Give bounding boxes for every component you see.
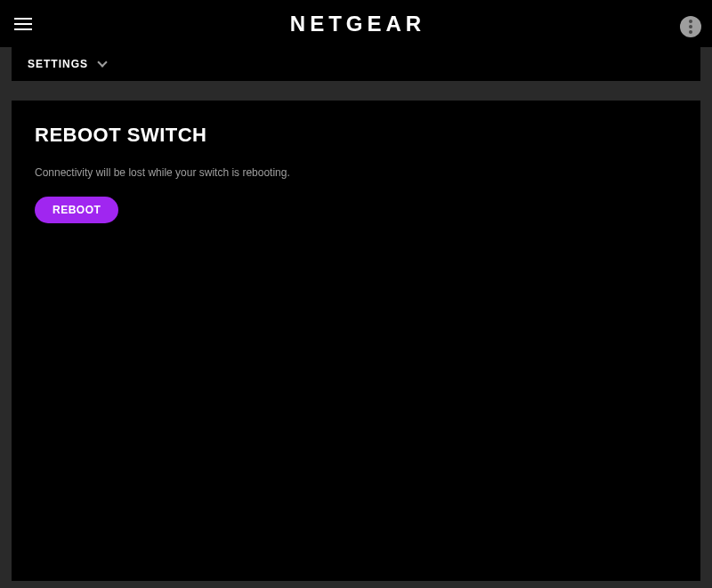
top-bar: NETGEAR <box>0 0 712 47</box>
hamburger-menu-icon[interactable] <box>11 14 36 34</box>
breadcrumb-label: SETTINGS <box>28 58 88 70</box>
panel-description: Connectivity will be lost while your swi… <box>35 166 677 179</box>
reboot-button[interactable]: REBOOT <box>35 197 118 223</box>
brand-logo: NETGEAR <box>290 12 425 36</box>
content-panel: REBOOT SWITCH Connectivity will be lost … <box>12 101 700 581</box>
breadcrumb-bar[interactable]: SETTINGS <box>12 47 700 81</box>
more-options-icon[interactable] <box>680 16 701 37</box>
panel-title: REBOOT SWITCH <box>35 124 677 147</box>
chevron-down-icon <box>97 57 107 67</box>
